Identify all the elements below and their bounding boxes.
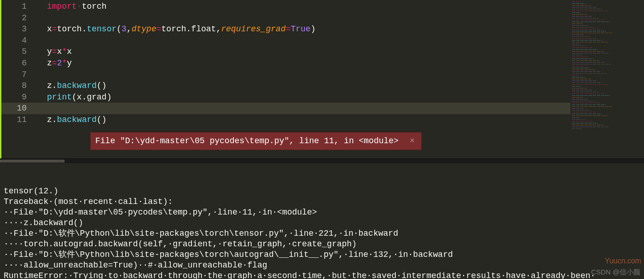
code-line[interactable] <box>40 103 570 114</box>
scrollbar-thumb[interactable] <box>0 160 64 163</box>
code-line[interactable]: x=torch.tensor(3,dtype=torch.float,requi… <box>40 23 570 35</box>
error-inline-text: File "D:\ydd-master\05 pycodes\temp.py",… <box>95 135 399 147</box>
line-number: 8 <box>1 80 40 92</box>
terminal-line: Traceback·(most·recent·call·last): <box>4 197 640 207</box>
code-line[interactable] <box>40 12 570 24</box>
horizontal-scrollbar[interactable] <box>0 158 644 163</box>
terminal-line: ··File·"D:\软件\Python\lib\site-packages\t… <box>4 250 640 260</box>
line-number: 1 <box>1 1 40 12</box>
terminal-line: ··File·"D:\ydd-master\05·pycodes\temp.py… <box>4 207 640 218</box>
terminal-line: RuntimeError:·Trying·to·backward·through… <box>4 271 640 279</box>
code-line[interactable]: import·torch <box>40 1 570 12</box>
line-number: 7 <box>1 69 40 81</box>
app-root: 1234567891011 import·torchx=torch.tensor… <box>0 0 644 279</box>
line-number: 6 <box>1 58 40 69</box>
terminal-line: ··File·"D:\软件\Python\lib\site-packages\t… <box>4 228 640 239</box>
line-number-gutter: 1234567891011 <box>0 0 40 158</box>
terminal-line: tensor(12.) <box>4 186 640 197</box>
line-number: 2 <box>1 12 40 24</box>
close-icon[interactable]: × <box>408 135 417 147</box>
code-line[interactable] <box>40 69 570 81</box>
editor-region: 1234567891011 import·torchx=torch.tensor… <box>0 0 644 158</box>
code-line[interactable]: y=x*x <box>40 46 570 58</box>
line-number: 10 <box>1 103 40 114</box>
terminal-line: ····allow_unreachable=True)··#·allow_unr… <box>4 260 640 271</box>
code-line[interactable] <box>40 35 570 46</box>
line-number: 9 <box>1 92 40 103</box>
terminal-output[interactable]: tensor(12.)Traceback·(most·recent·call·l… <box>0 163 644 279</box>
code-line[interactable]: print(x.grad) <box>40 92 570 103</box>
line-number: 11 <box>1 114 40 126</box>
terminal-line: ····z.backward() <box>4 218 640 228</box>
minimap[interactable]: ▪▪▪▪ ▪▪▪▪ ▪▪▪▪ ▪▪▪▪ ▪▪▪▪ ▪ ▪▪▪▪ ▪▪▪▪ ▪▪▪… <box>570 0 644 158</box>
code-line[interactable]: z.backward() <box>40 114 570 126</box>
terminal-line: ····torch.autograd.backward(self,·gradie… <box>4 239 640 250</box>
error-inline-popup: File "D:\ydd-master\05 pycodes\temp.py",… <box>90 132 422 150</box>
line-number: 4 <box>1 35 40 46</box>
code-line[interactable]: z.backward() <box>40 80 570 92</box>
code-line[interactable]: z=2*y <box>40 58 570 69</box>
line-number: 5 <box>1 46 40 58</box>
code-area[interactable]: import·torchx=torch.tensor(3,dtype=torch… <box>40 0 570 158</box>
line-number: 3 <box>1 23 40 35</box>
